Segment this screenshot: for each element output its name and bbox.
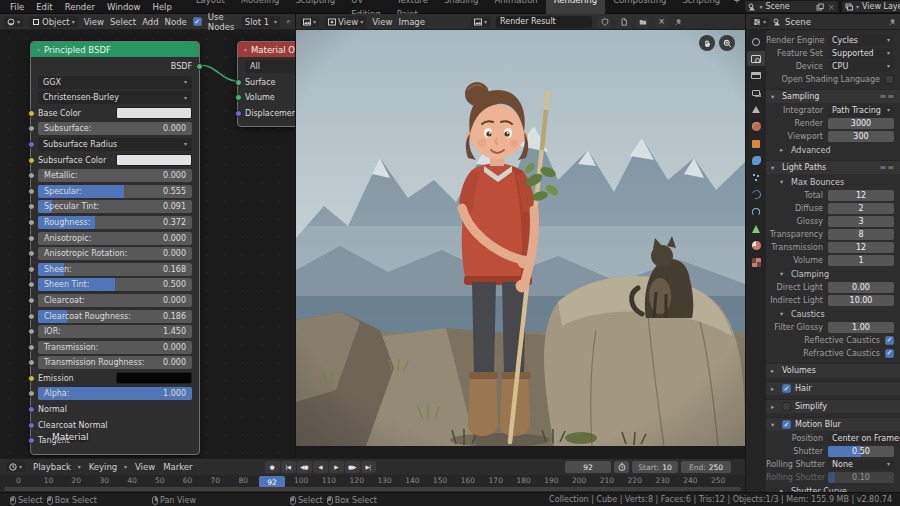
menu-view[interactable]: View xyxy=(84,17,104,27)
properties-tab-view-layer[interactable] xyxy=(747,85,765,100)
properties-tab-constraints[interactable] xyxy=(747,204,765,219)
slider-roughness[interactable]: Roughness:0.372 xyxy=(38,216,192,229)
slider-clearcoat[interactable]: Clearcoat:0.000 xyxy=(38,294,192,307)
open-image-button[interactable] xyxy=(636,16,649,28)
collapse-icon[interactable]: ▾ xyxy=(37,47,40,53)
properties-tab-output[interactable] xyxy=(747,68,765,83)
slider-alpha[interactable]: Alpha:1.000 xyxy=(38,387,192,400)
editor-type-button[interactable]: ▾ xyxy=(750,17,769,27)
jump-to-start-button[interactable]: |◀ xyxy=(281,461,296,473)
bsdf-row-sheen[interactable]: Sheen:0.168 xyxy=(38,263,192,276)
section-hair[interactable]: ▸✓Hair xyxy=(766,381,900,395)
widget-rolling-shutter-dur[interactable]: 0.10 xyxy=(828,472,894,483)
unlink-scene-icon[interactable]: × xyxy=(827,2,835,12)
editor-type-button[interactable]: ▾ xyxy=(4,17,23,27)
menu-keying[interactable]: Keying ▾ xyxy=(89,462,127,472)
gray-socket[interactable] xyxy=(28,235,35,242)
play-button[interactable]: ▶ xyxy=(329,461,344,473)
field-render[interactable]: 3000 xyxy=(828,118,894,129)
widget-direct-light[interactable]: 0.00 xyxy=(828,282,894,293)
timeline-scrollbar[interactable] xyxy=(4,487,741,491)
gray-socket[interactable] xyxy=(28,203,35,210)
new-image-button[interactable] xyxy=(617,16,630,28)
widget-transparency[interactable]: 8 xyxy=(828,229,894,240)
properties-tab-physics[interactable] xyxy=(747,187,765,202)
editor-type-button[interactable]: ▾ xyxy=(6,462,25,472)
dropdown-subsurface-radius[interactable]: Subsurface Radius▾ xyxy=(38,138,192,151)
widget-glossy[interactable]: 3 xyxy=(828,216,894,227)
widget-integrator[interactable]: Path Tracing▾ xyxy=(828,105,894,116)
bsdf-row-clearcoat-roughness[interactable]: Clearcoat Roughness:0.186 xyxy=(38,310,192,323)
gray-socket[interactable] xyxy=(28,125,35,132)
properties-tab-render[interactable] xyxy=(747,51,765,66)
bsdf-row-specular-tint[interactable]: Specular Tint:0.091 xyxy=(38,200,192,213)
image-datablock-field[interactable]: Render Result xyxy=(496,16,592,28)
widget-filter-glossy[interactable]: 1.00 xyxy=(828,322,894,333)
subsection-clamping[interactable]: ▾Clamping xyxy=(780,268,900,280)
menu-image[interactable]: Image xyxy=(398,17,425,27)
widget-feature-set[interactable]: Supported▾ xyxy=(828,48,894,59)
subsection-shutter-curve[interactable]: ▸Shutter Curve xyxy=(780,485,900,492)
widget-viewport[interactable]: 300 xyxy=(828,131,894,142)
view-layer-selector[interactable]: ▾ View Layer × xyxy=(842,1,900,12)
section-motion-blur[interactable]: ▾✓Motion Blur xyxy=(766,417,900,431)
gray-socket[interactable] xyxy=(28,281,35,288)
preview-range-button[interactable] xyxy=(614,461,629,473)
menu-marker[interactable]: Marker xyxy=(163,462,192,472)
dropdown-rolling-shutter[interactable]: None▾ xyxy=(828,459,894,470)
expander-icon[interactable]: ▸ xyxy=(771,403,778,411)
output-node-header[interactable]: ▾ Material Output xyxy=(238,42,295,57)
jump-to-end-button[interactable]: ▶| xyxy=(361,461,376,473)
bsdf-row-alpha[interactable]: Alpha:1.000 xyxy=(38,387,192,400)
properties-tab-tool[interactable] xyxy=(747,34,765,49)
menu-view[interactable]: View xyxy=(135,462,155,472)
display-mode-dropdown[interactable]: View ▾ xyxy=(325,16,366,28)
unlink-image-button[interactable]: × xyxy=(655,16,668,28)
timeline-ruler[interactable]: 2502402302202102001901801701601501401301… xyxy=(0,475,745,492)
subsection-caustics[interactable]: ▾Caustics xyxy=(780,308,900,320)
slider-sheen[interactable]: Sheen:0.168 xyxy=(38,263,192,276)
section-simplify[interactable]: ▸Simplify xyxy=(766,399,900,413)
frame-start-field[interactable]: Start:10 xyxy=(632,461,678,473)
properties-tab-object-data[interactable] xyxy=(747,221,765,236)
bsdf-row-metallic[interactable]: Metallic:0.000 xyxy=(38,169,192,182)
dropdown-ggx[interactable]: GGX▾ xyxy=(38,76,192,89)
output-row-displacement[interactable]: Displacement xyxy=(245,107,295,120)
play-reverse-button[interactable]: ◀ xyxy=(313,461,328,473)
output-row-all[interactable]: All▾ xyxy=(245,60,295,73)
field-transmission[interactable]: 12 xyxy=(828,242,894,253)
material-slot-dropdown[interactable]: Slot 1 ▾ xyxy=(242,16,280,28)
prev-keyframe-button[interactable]: ◀● xyxy=(297,461,312,473)
gray-socket[interactable] xyxy=(28,328,35,335)
section-checkbox[interactable]: ✓ xyxy=(782,384,791,393)
widget-indirect-light[interactable]: 10.00 xyxy=(828,295,894,306)
dropdown-device[interactable]: CPU▾ xyxy=(828,61,894,72)
bsdf-row-normal[interactable]: Normal xyxy=(38,403,192,416)
widget-rolling-shutter[interactable]: None▾ xyxy=(828,459,894,470)
subsection-max-bounces[interactable]: ▾Max Bounces xyxy=(780,176,900,188)
bsdf-row-emission[interactable]: Emission xyxy=(38,372,192,385)
dropdown-christensen-burley[interactable]: Christensen-Burley▾ xyxy=(38,91,192,104)
widget-render-engine[interactable]: Cycles▾ xyxy=(828,35,894,46)
zoom-view-button[interactable] xyxy=(719,35,735,51)
widget-transmission[interactable]: 12 xyxy=(828,242,894,253)
slider-shutter[interactable]: 0.50 xyxy=(828,446,894,457)
panel-menu-icon[interactable]: ≡≡ xyxy=(880,163,895,172)
vector-socket[interactable] xyxy=(28,406,35,413)
slider-transmission-roughness[interactable]: Transmission Roughness:0.000 xyxy=(38,356,192,369)
gray-socket[interactable] xyxy=(28,250,35,257)
vector-socket[interactable] xyxy=(28,422,35,429)
section-light-paths[interactable]: ▾Light Paths≡≡ xyxy=(766,160,900,174)
properties-tab-material[interactable] xyxy=(747,238,765,253)
color-swatch[interactable] xyxy=(116,107,192,119)
panel-menu-icon[interactable]: ≡≡ xyxy=(880,92,895,101)
shader-type-dropdown[interactable]: Object ▾ xyxy=(29,16,78,28)
color-swatch[interactable] xyxy=(116,154,192,166)
section-checkbox[interactable] xyxy=(782,402,791,411)
widget-shutter[interactable]: 0.50 xyxy=(828,446,894,457)
expander-icon[interactable]: ▸ xyxy=(771,385,778,393)
checkbox-reflective-caustics[interactable]: ✓ xyxy=(885,336,894,345)
menu-window[interactable]: Window xyxy=(101,0,147,14)
field-diffuse[interactable]: 2 xyxy=(828,203,894,214)
bsdf-row-subsurface[interactable]: Subsurface:0.000 xyxy=(38,122,192,135)
